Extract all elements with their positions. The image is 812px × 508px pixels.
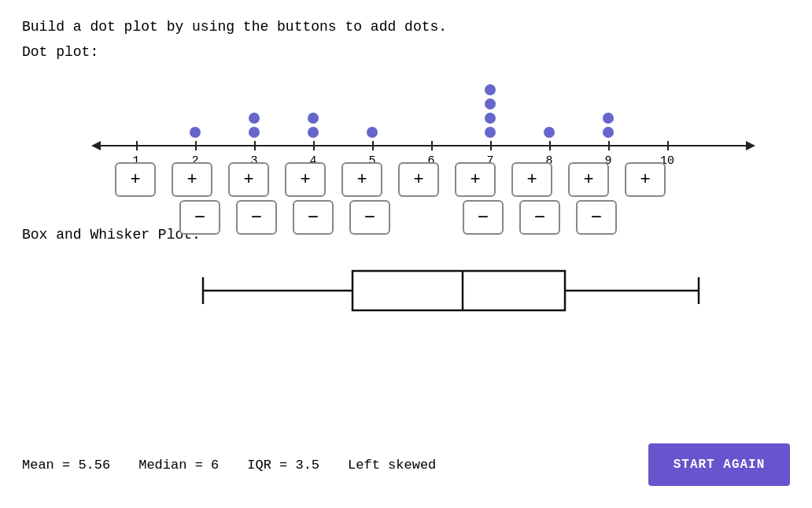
- dot-3-1: [249, 127, 260, 138]
- dot-9-2: [603, 113, 614, 124]
- dot-7-4: [485, 84, 496, 95]
- bwp-area: [101, 255, 746, 326]
- tick-5: [372, 141, 374, 150]
- plus-btn-5[interactable]: +: [341, 162, 382, 197]
- dot-8-1: [544, 127, 555, 138]
- plus-btn-6[interactable]: +: [398, 162, 439, 197]
- stat-skew: Left skewed: [348, 458, 436, 473]
- minus-btn-9[interactable]: −: [576, 200, 617, 235]
- dot-9-1: [603, 127, 614, 138]
- tick-6: [431, 141, 433, 150]
- minus-btn-5[interactable]: −: [349, 200, 390, 235]
- plus-btn-8[interactable]: +: [511, 162, 552, 197]
- plus-buttons-row: + + + + + + + + + +: [101, 161, 746, 198]
- stats-row: Mean = 5.56 Median = 6 IQR = 3.5 Left sk…: [22, 443, 790, 486]
- tick-7: [490, 141, 492, 150]
- bwp-svg: [101, 255, 746, 326]
- dot-plot-area: 1 2 3 4 5 6 7 8 9: [101, 66, 746, 224]
- plus-btn-3[interactable]: +: [228, 162, 269, 197]
- tick-1: [136, 141, 138, 150]
- stat-iqr: IQR = 3.5: [247, 458, 319, 473]
- dot-4-2: [308, 113, 319, 124]
- minus-btn-3[interactable]: −: [236, 200, 277, 235]
- instruction-text: Build a dot plot by using the buttons to…: [22, 19, 790, 35]
- stat-mean: Mean = 5.56: [22, 458, 110, 473]
- dot-7-3: [485, 98, 496, 109]
- svg-rect-4: [352, 271, 565, 310]
- tick-10: [667, 141, 669, 150]
- dot-7-2: [485, 113, 496, 124]
- plus-btn-4[interactable]: +: [285, 162, 326, 197]
- start-again-button[interactable]: START AGAIN: [648, 443, 790, 486]
- dot-plot-label: Dot plot:: [22, 44, 790, 60]
- plus-btn-2[interactable]: +: [172, 162, 212, 197]
- plus-btn-7[interactable]: +: [455, 162, 496, 197]
- minus-btn-2[interactable]: −: [179, 200, 220, 235]
- minus-btn-8[interactable]: −: [519, 200, 560, 235]
- dot-2-1: [190, 127, 201, 138]
- plus-btn-1[interactable]: +: [115, 162, 156, 197]
- main-container: Build a dot plot by using the buttons to…: [0, 0, 812, 508]
- number-line: [101, 145, 746, 146]
- stat-median: Median = 6: [138, 458, 219, 473]
- minus-btn-7[interactable]: −: [463, 200, 504, 235]
- dot-4-1: [308, 127, 319, 138]
- dot-7-1: [485, 127, 496, 138]
- minus-btn-4[interactable]: −: [293, 200, 334, 235]
- tick-8: [549, 141, 551, 150]
- minus-buttons-row: − − − − − − −: [101, 198, 746, 236]
- plus-btn-9[interactable]: +: [568, 162, 609, 197]
- dot-3-2: [249, 113, 260, 124]
- tick-3: [254, 141, 256, 150]
- dot-5-1: [367, 127, 378, 138]
- plus-btn-10[interactable]: +: [625, 162, 666, 197]
- tick-4: [313, 141, 315, 150]
- tick-9: [608, 141, 610, 150]
- tick-2: [195, 141, 197, 150]
